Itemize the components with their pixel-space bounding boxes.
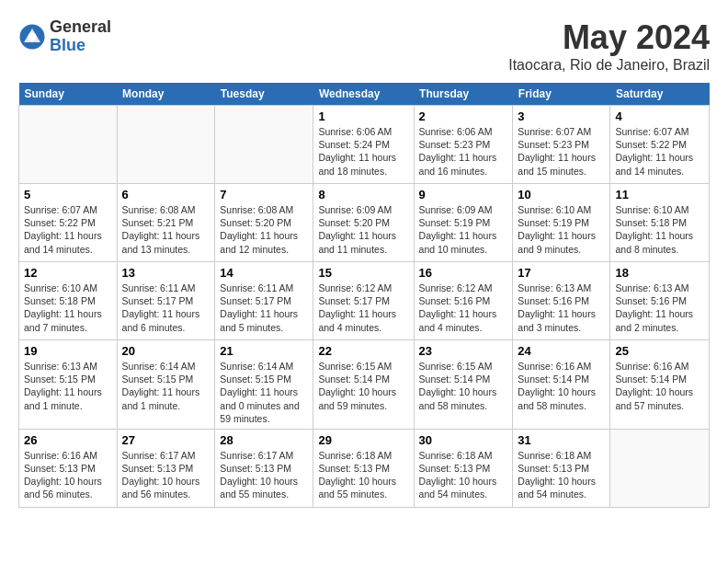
- week-row-4: 19Sunrise: 6:13 AMSunset: 5:15 PMDayligh…: [19, 340, 710, 430]
- calendar-cell: 21Sunrise: 6:14 AMSunset: 5:15 PMDayligh…: [215, 340, 313, 430]
- title-block: May 2024 Itaocara, Rio de Janeiro, Brazi…: [508, 18, 710, 74]
- day-number: 26: [24, 433, 112, 447]
- week-row-2: 5Sunrise: 6:07 AMSunset: 5:22 PMDaylight…: [19, 184, 710, 262]
- logo: General Blue: [18, 18, 111, 55]
- day-info: Sunrise: 6:11 AMSunset: 5:17 PMDaylight:…: [122, 282, 210, 334]
- calendar-cell: 3Sunrise: 6:07 AMSunset: 5:23 PMDaylight…: [513, 106, 610, 184]
- day-info: Sunrise: 6:15 AMSunset: 5:14 PMDaylight:…: [318, 360, 408, 412]
- day-number: 21: [220, 344, 308, 358]
- calendar-cell: 6Sunrise: 6:08 AMSunset: 5:21 PMDaylight…: [117, 184, 215, 262]
- calendar-cell: 1Sunrise: 6:06 AMSunset: 5:24 PMDaylight…: [313, 106, 414, 184]
- calendar-cell: 7Sunrise: 6:08 AMSunset: 5:20 PMDaylight…: [215, 184, 313, 262]
- calendar-cell: 4Sunrise: 6:07 AMSunset: 5:22 PMDaylight…: [610, 106, 710, 184]
- calendar-cell: 29Sunrise: 6:18 AMSunset: 5:13 PMDayligh…: [313, 429, 414, 507]
- day-number: 30: [419, 433, 508, 447]
- logo-blue-text: Blue: [50, 37, 111, 55]
- day-number: 9: [419, 188, 508, 201]
- day-info: Sunrise: 6:09 AMSunset: 5:20 PMDaylight:…: [318, 203, 408, 256]
- day-number: 12: [24, 266, 112, 280]
- page-header: General Blue May 2024 Itaocara, Rio de J…: [18, 18, 710, 74]
- day-number: 24: [518, 344, 605, 358]
- calendar-cell: 19Sunrise: 6:13 AMSunset: 5:15 PMDayligh…: [19, 340, 118, 430]
- calendar-cell: 5Sunrise: 6:07 AMSunset: 5:22 PMDaylight…: [19, 184, 118, 262]
- day-info: Sunrise: 6:07 AMSunset: 5:22 PMDaylight:…: [615, 125, 704, 178]
- calendar-title: May 2024: [508, 18, 710, 57]
- location-subtitle: Itaocara, Rio de Janeiro, Brazil: [508, 57, 710, 74]
- day-number: 8: [318, 188, 408, 201]
- calendar-cell: 10Sunrise: 6:10 AMSunset: 5:19 PMDayligh…: [513, 184, 610, 262]
- calendar-cell: 17Sunrise: 6:13 AMSunset: 5:16 PMDayligh…: [513, 262, 610, 340]
- day-info: Sunrise: 6:18 AMSunset: 5:13 PMDaylight:…: [518, 449, 605, 501]
- calendar-cell: 20Sunrise: 6:14 AMSunset: 5:15 PMDayligh…: [117, 340, 215, 430]
- calendar-cell: 30Sunrise: 6:18 AMSunset: 5:13 PMDayligh…: [414, 429, 513, 507]
- day-info: Sunrise: 6:06 AMSunset: 5:23 PMDaylight:…: [419, 125, 508, 178]
- logo-icon: [18, 23, 46, 51]
- calendar-cell: 23Sunrise: 6:15 AMSunset: 5:14 PMDayligh…: [414, 340, 513, 430]
- day-number: 22: [318, 344, 408, 358]
- calendar-cell: [19, 106, 118, 184]
- calendar-cell: [117, 106, 215, 184]
- day-number: 10: [518, 188, 605, 201]
- day-info: Sunrise: 6:10 AMSunset: 5:19 PMDaylight:…: [518, 203, 605, 256]
- calendar-cell: 27Sunrise: 6:17 AMSunset: 5:13 PMDayligh…: [117, 429, 215, 507]
- weekday-header-wednesday: Wednesday: [313, 83, 414, 106]
- day-number: 7: [220, 188, 308, 201]
- day-number: 1: [318, 109, 408, 123]
- calendar-cell: 14Sunrise: 6:11 AMSunset: 5:17 PMDayligh…: [215, 262, 313, 340]
- day-info: Sunrise: 6:16 AMSunset: 5:14 PMDaylight:…: [518, 360, 605, 412]
- day-number: 28: [220, 433, 308, 447]
- day-info: Sunrise: 6:13 AMSunset: 5:16 PMDaylight:…: [615, 282, 704, 334]
- calendar-cell: 18Sunrise: 6:13 AMSunset: 5:16 PMDayligh…: [610, 262, 710, 340]
- day-info: Sunrise: 6:15 AMSunset: 5:14 PMDaylight:…: [419, 360, 508, 412]
- day-info: Sunrise: 6:14 AMSunset: 5:15 PMDaylight:…: [122, 360, 210, 412]
- week-row-5: 26Sunrise: 6:16 AMSunset: 5:13 PMDayligh…: [19, 429, 710, 507]
- week-row-1: 1Sunrise: 6:06 AMSunset: 5:24 PMDaylight…: [19, 106, 710, 184]
- day-number: 23: [419, 344, 508, 358]
- calendar-cell: [610, 429, 710, 507]
- day-info: Sunrise: 6:07 AMSunset: 5:23 PMDaylight:…: [518, 125, 605, 178]
- weekday-header-friday: Friday: [513, 83, 610, 106]
- calendar-cell: 11Sunrise: 6:10 AMSunset: 5:18 PMDayligh…: [610, 184, 710, 262]
- calendar-cell: 8Sunrise: 6:09 AMSunset: 5:20 PMDaylight…: [313, 184, 414, 262]
- day-number: 17: [518, 266, 605, 280]
- day-number: 2: [419, 109, 508, 123]
- day-info: Sunrise: 6:16 AMSunset: 5:14 PMDaylight:…: [615, 360, 704, 412]
- day-number: 3: [518, 109, 605, 123]
- weekday-header-thursday: Thursday: [414, 83, 513, 106]
- day-number: 4: [615, 109, 704, 123]
- day-info: Sunrise: 6:12 AMSunset: 5:17 PMDaylight:…: [318, 282, 408, 334]
- day-info: Sunrise: 6:11 AMSunset: 5:17 PMDaylight:…: [220, 282, 308, 334]
- week-row-3: 12Sunrise: 6:10 AMSunset: 5:18 PMDayligh…: [19, 262, 710, 340]
- day-number: 5: [24, 188, 112, 201]
- day-number: 16: [419, 266, 508, 280]
- day-info: Sunrise: 6:06 AMSunset: 5:24 PMDaylight:…: [318, 125, 408, 178]
- logo-general-text: General: [50, 18, 111, 37]
- calendar-cell: [215, 106, 313, 184]
- calendar-cell: 22Sunrise: 6:15 AMSunset: 5:14 PMDayligh…: [313, 340, 414, 430]
- calendar-cell: 31Sunrise: 6:18 AMSunset: 5:13 PMDayligh…: [513, 429, 610, 507]
- day-number: 27: [122, 433, 210, 447]
- day-info: Sunrise: 6:16 AMSunset: 5:13 PMDaylight:…: [24, 449, 112, 501]
- day-info: Sunrise: 6:18 AMSunset: 5:13 PMDaylight:…: [318, 449, 408, 501]
- weekday-header-tuesday: Tuesday: [215, 83, 313, 106]
- svg-point-2: [28, 32, 37, 40]
- weekday-header-row: SundayMondayTuesdayWednesdayThursdayFrid…: [19, 83, 710, 106]
- calendar-table: SundayMondayTuesdayWednesdayThursdayFrid…: [18, 83, 710, 508]
- day-number: 11: [615, 188, 704, 201]
- day-number: 31: [518, 433, 605, 447]
- calendar-cell: 2Sunrise: 6:06 AMSunset: 5:23 PMDaylight…: [414, 106, 513, 184]
- day-info: Sunrise: 6:17 AMSunset: 5:13 PMDaylight:…: [220, 449, 308, 501]
- day-number: 29: [318, 433, 408, 447]
- day-info: Sunrise: 6:13 AMSunset: 5:15 PMDaylight:…: [24, 360, 112, 412]
- day-number: 20: [122, 344, 210, 358]
- day-info: Sunrise: 6:10 AMSunset: 5:18 PMDaylight:…: [615, 203, 704, 256]
- calendar-cell: 28Sunrise: 6:17 AMSunset: 5:13 PMDayligh…: [215, 429, 313, 507]
- calendar-cell: 24Sunrise: 6:16 AMSunset: 5:14 PMDayligh…: [513, 340, 610, 430]
- day-number: 14: [220, 266, 308, 280]
- day-number: 18: [615, 266, 704, 280]
- calendar-cell: 13Sunrise: 6:11 AMSunset: 5:17 PMDayligh…: [117, 262, 215, 340]
- calendar-cell: 15Sunrise: 6:12 AMSunset: 5:17 PMDayligh…: [313, 262, 414, 340]
- day-info: Sunrise: 6:08 AMSunset: 5:21 PMDaylight:…: [122, 203, 210, 256]
- day-info: Sunrise: 6:10 AMSunset: 5:18 PMDaylight:…: [24, 282, 112, 334]
- day-number: 15: [318, 266, 408, 280]
